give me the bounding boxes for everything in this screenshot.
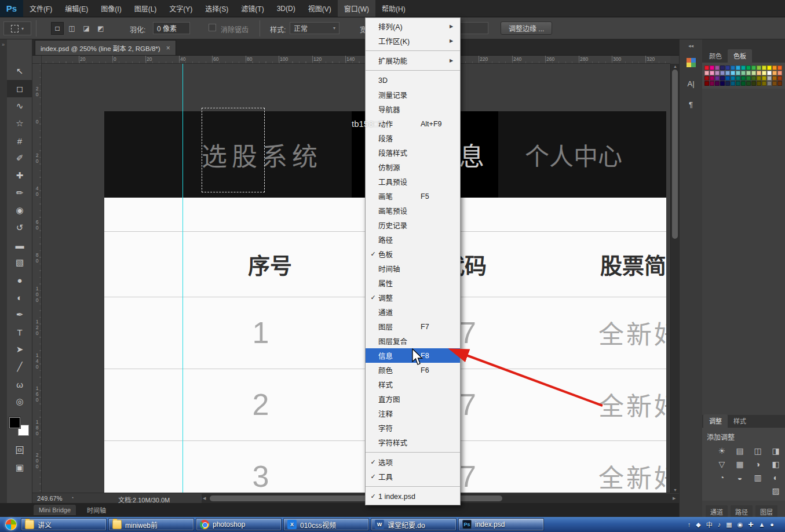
add-to-selection[interactable]: ◫ [65,22,78,35]
tray-icon[interactable]: ● [770,521,774,528]
zoom-level[interactable]: 249.67% [37,495,62,502]
color-swatch[interactable] [762,71,766,75]
color-swatch[interactable] [757,65,761,70]
color-swatch[interactable] [762,65,766,70]
curves[interactable]: ◫ [752,446,764,456]
color-panel-icon[interactable]: ▦ [684,56,699,70]
window-menu-item[interactable]: 图层复合 [366,334,460,348]
taskbar-button[interactable]: X 010css视频 [283,518,369,531]
window-menu-item[interactable]: ✓ 色板 [366,247,460,261]
color-swatch[interactable] [731,71,735,75]
channel-mixer[interactable]: ◒ [734,472,746,483]
black-white[interactable]: ◧ [770,459,782,469]
move-tool[interactable]: ↖ [7,63,32,80]
taskbar-button[interactable]: miniweb前 [108,518,194,531]
window-menu-item[interactable]: 信息 F8 [366,348,460,363]
color-swatch[interactable] [715,76,720,81]
window-menu-item[interactable]: 路径 [366,232,460,247]
color-swatch[interactable] [757,76,761,81]
character-panel-icon[interactable]: A| [684,76,699,90]
window-menu-item[interactable]: 直方图 [366,392,460,406]
color-swatch[interactable] [710,81,714,86]
exposure[interactable]: ◨ [770,446,782,456]
expand-panels-icon[interactable]: ◂◂ [680,39,702,49]
color-swatch[interactable] [731,81,735,86]
color-swatch[interactable] [772,76,777,81]
color-swatch[interactable] [751,71,756,75]
taskbar-button[interactable]: photoshop [196,518,282,531]
color-swatch[interactable] [704,81,709,86]
levels[interactable]: ▤ [734,446,746,456]
photo-filter[interactable]: ◔ [716,472,728,483]
window-menu-item[interactable]: 测量记录 [366,88,460,102]
color-swatch[interactable] [767,65,772,70]
bottom-panel-tab[interactable]: Mini Bridge [34,505,76,515]
intersect-selection[interactable]: ◩ [94,22,107,35]
window-menu-item[interactable]: 导航器 [366,102,460,116]
tray-icon[interactable]: ◉ [737,521,743,529]
panel-tab[interactable]: 颜色 [703,49,728,63]
color-swatch[interactable] [777,81,782,86]
crop-tool[interactable]: # [7,132,32,150]
window-menu-item[interactable]: 图层 F7 [366,319,460,334]
color-swatch[interactable] [772,81,777,86]
healing-brush-tool[interactable]: ✚ [7,167,32,184]
vertical-scroll-thumb[interactable] [672,70,678,239]
window-menu-item[interactable]: 注释 [366,406,460,421]
color-swatch[interactable] [736,71,740,75]
tray-icon[interactable]: ↑ [688,521,691,528]
color-swatch[interactable] [725,81,730,86]
menubar-item[interactable]: 视图(V) [302,0,338,17]
magic-wand-tool[interactable]: ☆ [7,115,32,132]
color-swatch[interactable] [772,65,777,70]
scroll-up-icon[interactable]: ▲ [671,64,680,68]
panel-tab[interactable]: 图层 [755,505,777,518]
color-swatch[interactable] [725,71,730,75]
color-swatch[interactable] [710,71,714,75]
feather-input[interactable]: 0 像素 [153,22,190,34]
invert[interactable]: ◐ [770,472,782,483]
color-swatch[interactable] [777,65,782,70]
panel-tab[interactable]: 路径 [731,505,753,518]
style-select[interactable]: 正常 ▾ [290,22,339,34]
color-swatch[interactable] [741,65,746,70]
color-swatch[interactable] [720,76,725,81]
scroll-left-icon[interactable]: ◀ [203,496,206,501]
window-menu-item[interactable]: ✓ 1 index.psd [366,489,460,504]
tray-icon[interactable]: ▦ [726,521,732,529]
shape-tool[interactable]: ╱ [7,358,32,376]
screen-mode-button[interactable]: ▣ [7,459,32,476]
color-swatch[interactable] [715,71,720,75]
vibrance[interactable]: ▽ [716,459,728,469]
color-swatch[interactable] [746,81,751,86]
color-swatch[interactable] [715,65,720,70]
vertical-scrollbar[interactable]: ▲ ▼ [670,64,679,493]
menubar-item[interactable]: 编辑(E) [59,0,94,17]
paragraph-panel-icon[interactable]: ¶ [684,97,699,111]
window-menu-item[interactable] [366,68,460,73]
foreground-color-chip[interactable] [9,417,20,428]
tool-preset-picker[interactable]: ▾ [3,21,31,35]
eyedropper-tool[interactable]: ✐ [7,150,32,167]
color-swatch[interactable] [731,76,735,81]
window-menu-item[interactable]: 颜色 F6 [366,363,460,377]
window-menu-item[interactable]: 排列(A) ▶ [366,19,460,34]
color-swatch[interactable] [777,71,782,75]
tray-icon[interactable]: ▲ [758,521,765,528]
color-swatch[interactable] [751,76,756,81]
path-selection-tool[interactable]: ➤ [7,341,32,358]
menubar-item[interactable]: 文字(Y) [163,0,199,17]
color-swatch[interactable] [767,76,772,81]
window-menu-item[interactable] [366,48,460,53]
window-menu-item[interactable]: 工作区(K) ▶ [366,34,460,48]
color-swatch[interactable] [762,76,766,81]
rectangular-marquee-tool[interactable]: □ [7,80,32,97]
color-swatch[interactable] [767,71,772,75]
tray-icon[interactable]: ◆ [696,521,700,529]
window-menu-item[interactable]: 画笔 F5 [366,189,460,203]
taskbar-button[interactable]: W 课堂纪要.do [371,518,457,531]
window-menu-item[interactable]: 属性 [366,276,460,290]
color-swatch[interactable] [746,65,751,70]
tray-icon[interactable]: 中 [706,520,713,529]
color-swatch[interactable] [741,81,746,86]
